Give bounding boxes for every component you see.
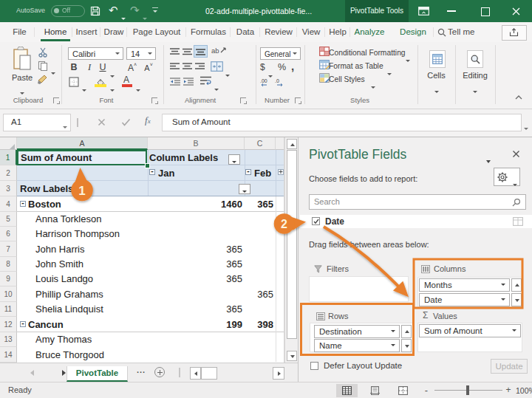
pane-close-icon[interactable] <box>512 150 520 158</box>
maximize-button[interactable] <box>481 7 490 16</box>
format-painter-icon[interactable] <box>37 74 49 85</box>
row-header-11[interactable]: 11 <box>0 302 17 317</box>
bold-button[interactable]: B <box>69 62 79 72</box>
columns-field-months[interactable]: Months <box>419 278 510 292</box>
tab-formulas[interactable]: Formulas <box>186 22 231 42</box>
zoom-out-button[interactable]: - <box>423 385 430 396</box>
increase-decimal-icon[interactable]: .00 <box>260 78 271 87</box>
row-header-10[interactable]: 10 <box>0 287 17 302</box>
rows-scroll-up[interactable] <box>401 325 412 338</box>
hscroll-right-button[interactable] <box>273 367 284 380</box>
tab-help[interactable]: Help <box>325 22 350 42</box>
enter-formula-icon[interactable] <box>121 118 131 126</box>
italic-button[interactable]: I <box>85 62 94 73</box>
decrease-indent-icon[interactable] <box>170 78 180 86</box>
editing-button[interactable] <box>467 50 483 68</box>
scroll-down-button[interactable] <box>287 351 297 361</box>
cell-a7-label[interactable]: John Harris <box>35 241 146 257</box>
contextual-tab-group[interactable]: PivotTable Tools <box>345 0 409 22</box>
sheet-nav-prev-icon[interactable] <box>30 370 34 376</box>
align-left-icon[interactable] <box>170 63 180 71</box>
cell-b11[interactable]: 365 <box>148 302 242 317</box>
pane-options-icon[interactable] <box>486 153 491 166</box>
font-name-combo[interactable]: Calibri <box>68 47 123 60</box>
row-header-9[interactable]: 9 <box>0 272 17 287</box>
cell-a6-label[interactable]: Harrison Thompson <box>35 227 146 241</box>
percent-style-button[interactable]: % <box>278 62 286 72</box>
clipboard-dialog-launcher-icon[interactable] <box>53 97 59 103</box>
namebox-separator[interactable] <box>77 118 78 127</box>
cell-c12[interactable]: 398 <box>245 317 273 332</box>
close-button[interactable] <box>512 7 520 16</box>
columns-scroll-down[interactable] <box>511 293 522 306</box>
tab-review[interactable]: Review <box>260 22 297 42</box>
font-color-dropdown-icon[interactable] <box>136 81 140 95</box>
save-icon[interactable] <box>90 6 100 16</box>
cell-a10-label[interactable]: Phillip Grahams <box>35 287 146 302</box>
tab-design[interactable]: Design <box>395 22 432 42</box>
zoom-slider-thumb[interactable] <box>466 385 469 395</box>
autosave-toggle[interactable]: Off <box>51 5 85 17</box>
tab-analyze[interactable]: Analyze <box>350 22 389 42</box>
cell-a11-label[interactable]: Shelia Lindquist <box>35 302 146 317</box>
borders-dropdown-icon[interactable] <box>82 81 86 95</box>
cell-a12-label[interactable]: Cancun <box>28 317 139 332</box>
cell-c4[interactable]: 365 <box>245 196 273 212</box>
cell-a9-label[interactable]: Louis Landgo <box>35 272 146 287</box>
shrink-font-button[interactable]: A˅ <box>143 62 154 72</box>
sheet-tab-overflow[interactable]: ... <box>137 366 146 374</box>
update-button[interactable]: Update <box>491 359 528 374</box>
boston-collapse-button[interactable]: - <box>20 201 26 207</box>
undo-dropdown-icon[interactable] <box>121 10 126 23</box>
format-as-table-dropdown-icon[interactable] <box>387 65 392 78</box>
align-right-icon[interactable] <box>195 63 205 71</box>
hscroll-thumb[interactable] <box>201 367 217 380</box>
row-header-7[interactable]: 7 <box>0 241 17 257</box>
cells-button[interactable] <box>429 50 446 68</box>
font-dialog-launcher-icon[interactable] <box>151 97 157 103</box>
undo-icon[interactable]: ↶ <box>109 4 118 17</box>
view-normal-button[interactable] <box>336 384 358 397</box>
tab-home[interactable]: Home <box>38 22 72 42</box>
tab-page-layout[interactable]: Page Layout <box>127 22 186 42</box>
merge-dropdown-icon[interactable] <box>225 66 230 80</box>
cancun-collapse-button[interactable]: - <box>20 321 26 327</box>
rows-field-name[interactable]: Name <box>314 339 400 352</box>
copy-icon[interactable] <box>38 61 48 71</box>
insert-function-icon[interactable]: fx <box>145 114 151 126</box>
number-dialog-launcher-icon[interactable] <box>295 97 301 103</box>
minimize-button[interactable] <box>447 10 456 12</box>
font-size-combo[interactable]: 14 <box>126 47 156 60</box>
tab-file[interactable]: File <box>6 22 33 42</box>
date-checkbox[interactable] <box>312 217 320 225</box>
zoom-level[interactable]: 100% <box>516 386 532 395</box>
view-page-layout-button[interactable] <box>364 384 386 397</box>
columns-field-date[interactable]: Date <box>419 293 510 306</box>
align-top-icon[interactable] <box>170 48 180 56</box>
cell-b4[interactable]: 1460 <box>148 196 242 212</box>
cell-b12[interactable]: 199 <box>148 317 242 332</box>
new-sheet-button[interactable] <box>154 367 165 377</box>
redo-dropdown-icon[interactable] <box>143 10 147 23</box>
row-header-13[interactable]: 13 <box>0 332 17 347</box>
number-format-combo[interactable]: General <box>260 47 301 60</box>
row-header-4[interactable]: 4 <box>0 196 17 212</box>
accounting-format-button[interactable]: $ <box>260 62 265 72</box>
cell-a5-label[interactable]: Anna Torkleson <box>35 212 146 227</box>
fill-color-button[interactable] <box>94 76 109 88</box>
vertical-scroll-thumb[interactable] <box>287 150 297 339</box>
name-box[interactable]: A1 <box>3 114 71 131</box>
alignment-dialog-launcher-icon[interactable] <box>240 97 246 103</box>
cell-styles-dropdown-icon[interactable] <box>371 78 375 92</box>
wrap-dropdown-icon[interactable] <box>214 80 219 94</box>
orientation-icon[interactable]: ab <box>211 47 227 55</box>
increase-indent-icon[interactable] <box>183 78 194 86</box>
align-bottom-button-selected[interactable] <box>194 45 208 58</box>
row-header-6[interactable]: 6 <box>0 227 17 241</box>
tab-insert[interactable]: Insert <box>72 22 100 42</box>
hscroll-left-button[interactable] <box>190 367 201 380</box>
rows-field-destination[interactable]: Destination <box>314 325 400 338</box>
cell-b7[interactable]: 365 <box>148 241 242 257</box>
cell-a14-label[interactable]: Bruce Thorgood <box>35 347 146 363</box>
field-item-date[interactable]: Date <box>300 215 532 228</box>
